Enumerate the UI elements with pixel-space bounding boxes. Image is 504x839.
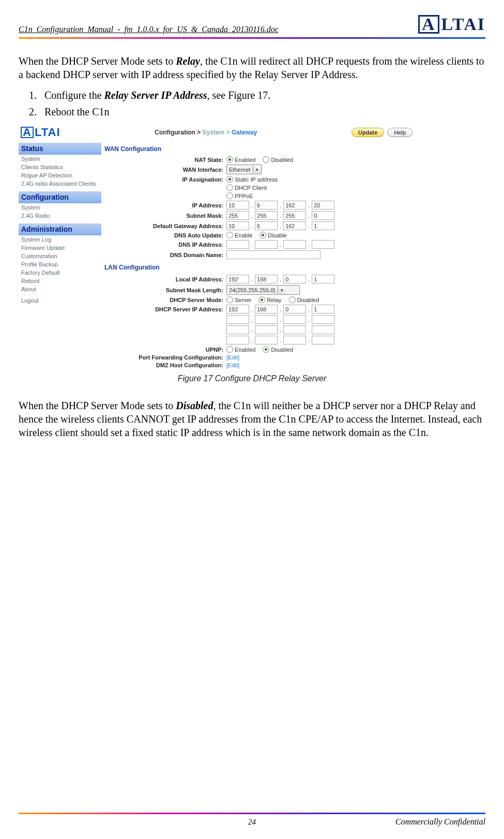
radio-on-icon	[226, 156, 233, 163]
steps-list: Configure the Relay Server IP Address, s…	[39, 88, 485, 118]
gateway-label: Default Gateway Address:	[104, 223, 226, 229]
dns-auto-enable-radio[interactable]: Enable	[226, 232, 252, 238]
sip4-oct1-input[interactable]	[226, 336, 249, 344]
dns-domain-label: DNS Domain Name:	[104, 252, 226, 258]
dns-auto-label: DNS Auto Update:	[104, 232, 226, 238]
sip2-oct2-input[interactable]	[255, 315, 278, 324]
upnp-disabled-radio[interactable]: Disabled	[263, 346, 293, 353]
mask-length-select[interactable]: 24(255.255.255.0)▾	[226, 285, 300, 295]
radio-on-icon	[226, 176, 233, 183]
ip-oct4-input[interactable]: 20	[312, 201, 334, 209]
chevron-down-icon: ▾	[278, 286, 286, 294]
update-button[interactable]: Update	[352, 128, 384, 137]
dns-auto-disable-radio[interactable]: Disable	[259, 232, 287, 238]
gw-oct3-input[interactable]: 162	[283, 221, 306, 230]
dnsip-oct2-input[interactable]	[255, 240, 278, 249]
radio-off-icon	[289, 296, 296, 303]
paragraph-disabled: When the DHCP Server Mode sets to Disabl…	[19, 399, 485, 439]
section-wan: WAN Configuration	[104, 142, 414, 155]
lip-oct2-input[interactable]: 168	[255, 275, 278, 283]
port-fwd-edit-link[interactable]: [Edit]	[226, 354, 239, 361]
sip1-oct4-input[interactable]: 1	[312, 305, 334, 313]
sidebar-head-config: Configuration	[19, 191, 101, 203]
nat-enabled-radio[interactable]: Enabled	[226, 156, 255, 163]
page-number: 24	[19, 818, 485, 827]
mask-oct2-input[interactable]: 255	[255, 211, 278, 220]
sip1-oct2-input[interactable]: 168	[255, 305, 278, 313]
sip3-oct2-input[interactable]	[255, 325, 278, 334]
sip2-oct3-input[interactable]	[283, 315, 306, 324]
dhcp-mode-label: DHCP Server Mode:	[104, 297, 226, 303]
ip-assign-dhcp-radio[interactable]: DHCP Client	[226, 184, 267, 191]
dhcp-mode-disabled-radio[interactable]: Disabled	[289, 296, 319, 303]
sidebar-item-rogue-ap[interactable]: Rogue AP Detection	[19, 171, 101, 179]
dnsip-oct1-input[interactable]	[226, 240, 249, 249]
logo: ALTAI	[418, 14, 485, 34]
gw-oct2-input[interactable]: 6	[255, 221, 278, 230]
mask-oct1-input[interactable]: 255	[226, 211, 249, 220]
radio-off-icon	[263, 156, 269, 163]
footer-rule	[19, 813, 485, 814]
chevron-down-icon: ▾	[253, 166, 261, 173]
sip4-oct3-input[interactable]	[283, 336, 306, 344]
sidebar-item-cfg-radio[interactable]: 2.4G Radio	[19, 212, 101, 220]
dhcp-server-ip-label: DHCP Server IP Address:	[104, 306, 226, 312]
sidebar-item-cfg-system[interactable]: System	[19, 203, 101, 212]
sidebar: Status System Clients Statistics Rogue A…	[19, 142, 101, 370]
config-screenshot: ALTAI Configuration > System > Gateway U…	[19, 124, 417, 370]
sidebar-item-about[interactable]: About	[19, 285, 101, 293]
dnsip-oct3-input[interactable]	[283, 240, 306, 249]
sidebar-item-factory-default[interactable]: Factory Default	[19, 268, 101, 277]
mask-oct3-input[interactable]: 255	[283, 211, 306, 220]
wan-interface-select[interactable]: Ethernet▾	[226, 164, 262, 174]
dns-domain-input[interactable]	[226, 250, 320, 259]
dnsip-oct4-input[interactable]	[312, 240, 334, 249]
step-1: Configure the Relay Server IP Address, s…	[39, 88, 485, 102]
sip4-oct4-input[interactable]	[312, 336, 334, 344]
lip-oct1-input[interactable]: 192	[226, 275, 249, 283]
sidebar-item-reboot[interactable]: Reboot	[19, 277, 101, 285]
dhcp-mode-server-radio[interactable]: Server	[226, 296, 251, 303]
sidebar-item-clients-stats[interactable]: Clients Statistics	[19, 163, 101, 171]
breadcrumb: Configuration > System > Gateway	[155, 129, 257, 136]
nat-disabled-radio[interactable]: Disabled	[263, 156, 293, 163]
sidebar-item-fw-update[interactable]: Firmware Update	[19, 244, 101, 252]
mask-length-label: Subnet Mask Length:	[104, 287, 226, 293]
dhcp-mode-relay-radio[interactable]: Relay	[258, 296, 281, 303]
sip3-oct1-input[interactable]	[226, 325, 249, 334]
sip2-oct1-input[interactable]	[226, 315, 249, 324]
sip1-oct1-input[interactable]: 192	[226, 305, 249, 313]
ip-oct2-input[interactable]: 6	[255, 201, 278, 209]
dmz-edit-link[interactable]: [Edit]	[226, 362, 239, 368]
gw-oct1-input[interactable]: 10	[226, 221, 249, 230]
logo-icon: A	[418, 15, 439, 34]
upnp-enabled-radio[interactable]: Enabled	[226, 346, 255, 353]
lip-oct3-input[interactable]: 0	[283, 275, 306, 283]
sip1-oct3-input[interactable]: 0	[283, 305, 306, 313]
ip-assign-static-radio[interactable]: Static IP address	[226, 176, 278, 183]
radio-on-icon	[263, 346, 269, 353]
page-header: C1n_Configuration_Manual_-_fm_1.0.0.x_fo…	[19, 14, 485, 36]
sidebar-item-system[interactable]: System	[19, 155, 101, 163]
radio-off-icon	[226, 346, 233, 353]
sip4-oct2-input[interactable]	[255, 336, 278, 344]
gw-oct4-input[interactable]: 1	[312, 221, 334, 230]
sip3-oct3-input[interactable]	[283, 325, 306, 334]
wan-interface-label: WAN Interface:	[104, 167, 226, 173]
step-2: Reboot the C1n	[39, 105, 485, 118]
sidebar-head-admin: Administration	[19, 223, 101, 235]
sidebar-item-syslog[interactable]: System Log	[19, 235, 101, 244]
help-button[interactable]: Help	[387, 128, 413, 137]
sidebar-item-customization[interactable]: Customization	[19, 252, 101, 260]
sidebar-item-logout[interactable]: Logout	[19, 296, 101, 305]
ip-oct1-input[interactable]: 10	[226, 201, 249, 209]
sip3-oct4-input[interactable]	[312, 325, 334, 334]
sip2-oct4-input[interactable]	[312, 315, 334, 324]
lip-oct4-input[interactable]: 1	[312, 275, 334, 283]
ip-assign-pppoe-radio[interactable]: PPPoE	[226, 192, 253, 199]
main-form: WAN Configuration NAT State: Enabled Dis…	[101, 142, 417, 370]
sidebar-item-assoc-clients[interactable]: 2.4G radio Associated Clients	[19, 179, 101, 188]
sidebar-item-profile-backup[interactable]: Profile Backup	[19, 260, 101, 268]
ip-oct3-input[interactable]: 162	[283, 201, 306, 209]
mask-oct4-input[interactable]: 0	[312, 211, 334, 220]
